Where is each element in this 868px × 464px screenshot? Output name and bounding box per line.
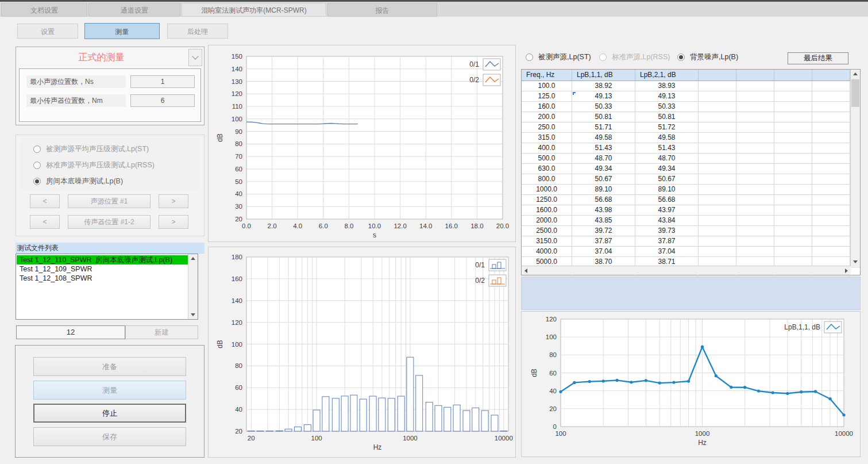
prepare-button[interactable]: 准备	[33, 357, 186, 376]
table-cell[interactable]: 800.0	[522, 174, 572, 184]
tab-measure[interactable]: 测量	[84, 23, 160, 39]
table-cell[interactable]	[812, 164, 850, 174]
table-cell[interactable]	[699, 91, 736, 101]
table-cell[interactable]	[736, 174, 774, 184]
scrollbar-thumb[interactable]	[851, 79, 859, 107]
table-row[interactable]: 1000.089.1089.10	[522, 185, 860, 195]
radio-lp-st-test[interactable]: 被测声源平均声压级测试,Lp(ST)	[33, 144, 149, 154]
table-cell[interactable]: 630.0	[522, 164, 572, 174]
table-row[interactable]: 200.050.8150.81	[522, 112, 860, 122]
table-cell[interactable]: 160.0	[522, 102, 572, 112]
table-cell[interactable]: 49.58	[635, 133, 699, 143]
table-cell[interactable]	[699, 133, 736, 143]
table-cell[interactable]	[699, 195, 736, 205]
table-row[interactable]: 250.051.7151.72	[522, 122, 860, 133]
table-cell[interactable]	[812, 216, 850, 225]
table-cell[interactable]	[736, 247, 774, 256]
radio-result-lp-rss[interactable]: 标准声源,Lp(RSS)	[599, 52, 670, 62]
table-cell[interactable]: 125.0	[522, 91, 572, 101]
table-cell[interactable]	[774, 112, 812, 122]
table-cell[interactable]	[699, 143, 736, 153]
save-button[interactable]: 保存	[33, 427, 186, 446]
mic-position-prev-button[interactable]: <	[30, 215, 60, 229]
table-cell[interactable]: 51.43	[572, 143, 635, 153]
table-cell[interactable]	[812, 195, 850, 205]
table-cell[interactable]: 315.0	[522, 133, 572, 143]
table-cell[interactable]: 56.68	[635, 195, 699, 205]
table-cell[interactable]	[736, 154, 774, 163]
table-row[interactable]: 500.048.7048.70	[522, 154, 860, 164]
table-cell[interactable]: 39.72	[572, 226, 635, 236]
table-row[interactable]: 630.049.3449.34	[522, 164, 860, 174]
table-cell[interactable]	[736, 205, 774, 215]
table-cell[interactable]: 50.81	[572, 112, 635, 122]
table-cell[interactable]	[699, 154, 736, 163]
file-list-item[interactable]: Test 1_12_109_SPWR	[17, 264, 188, 274]
min-mic-positions-field[interactable]: 6	[130, 94, 195, 107]
radio-result-lp-st[interactable]: 被测声源,Lp(ST)	[526, 52, 591, 62]
table-cell[interactable]: 3150.0	[522, 236, 572, 246]
table-cell[interactable]: 43.85	[572, 216, 635, 225]
table-row[interactable]: 160.050.3350.33	[522, 102, 860, 112]
table-row[interactable]: 125.049.1349.13	[522, 91, 860, 102]
table-cell[interactable]	[774, 91, 812, 101]
table-cell[interactable]	[774, 226, 812, 236]
tab-mcr-spwr[interactable]: 混响室法测试声功率(MCR-SPWR)	[182, 3, 326, 17]
table-cell[interactable]: 37.87	[635, 236, 699, 246]
table-cell[interactable]	[736, 81, 774, 91]
table-cell[interactable]: 89.10	[635, 185, 699, 194]
table-cell[interactable]: 89.10	[572, 185, 635, 194]
table-row[interactable]: 2000.043.8543.84	[522, 216, 860, 226]
mic-position-button[interactable]: 传声器位置 #1-2	[68, 215, 151, 229]
table-cell[interactable]	[812, 174, 850, 184]
table-cell[interactable]	[774, 205, 812, 215]
table-cell[interactable]: 50.33	[572, 102, 635, 112]
table-cell[interactable]: 39.73	[635, 226, 699, 236]
table-cell[interactable]	[774, 133, 812, 143]
table-cell[interactable]: 49.34	[572, 164, 635, 174]
table-cell[interactable]	[736, 216, 774, 225]
scroll-right-button[interactable]	[842, 266, 851, 275]
radio-lp-rss-test[interactable]: 标准声源平均声压级测试,Lp(RSS)	[33, 160, 155, 170]
file-list-item[interactable]: Test 1_12_108_SPWR	[17, 274, 188, 283]
table-row[interactable]: 3150.037.8737.87	[522, 236, 860, 247]
result-table[interactable]: Freq., HzLpB,1,1, dBLpB,2,1, dB100.038.9…	[521, 69, 861, 275]
table-cell[interactable]: 37.04	[635, 247, 699, 256]
table-cell[interactable]	[774, 216, 812, 225]
table-cell[interactable]: 50.33	[635, 102, 699, 112]
table-cell[interactable]	[699, 205, 736, 215]
table-cell[interactable]	[699, 185, 736, 194]
table-row[interactable]: 2500.039.7239.73	[522, 226, 860, 236]
tab-document-settings[interactable]: 文档设置	[1, 3, 87, 17]
table-cell[interactable]: 38.92	[572, 81, 635, 91]
table-row[interactable]: 315.049.5849.58	[522, 133, 860, 143]
table-cell[interactable]	[774, 102, 812, 112]
table-cell[interactable]: 49.58	[572, 133, 635, 143]
table-cell[interactable]	[774, 174, 812, 184]
table-cell[interactable]: 43.98	[572, 205, 635, 215]
final-result-button[interactable]: 最后结果	[788, 52, 848, 64]
table-cell[interactable]	[812, 236, 850, 246]
table-cell[interactable]	[812, 143, 850, 153]
table-cell[interactable]: 2000.0	[522, 216, 572, 225]
scroll-down-button[interactable]	[188, 310, 198, 319]
file-list-scrollbar[interactable]	[188, 254, 198, 319]
table-cell[interactable]	[736, 102, 774, 112]
radio-lp-b-test[interactable]: 房间本底噪声测试,Lp(B)	[33, 177, 123, 186]
table-cell[interactable]	[736, 164, 774, 174]
table-cell[interactable]: 100.0	[522, 81, 572, 91]
table-cell[interactable]	[699, 174, 736, 184]
table-cell[interactable]: 4000.0	[522, 247, 572, 256]
tab-postprocess[interactable]: 后处理	[167, 24, 228, 39]
table-cell[interactable]	[774, 236, 812, 246]
table-cell[interactable]: 37.04	[572, 247, 635, 256]
table-cell[interactable]	[812, 185, 850, 194]
table-cell[interactable]	[699, 102, 736, 112]
table-cell[interactable]	[774, 154, 812, 163]
table-row[interactable]: 4000.037.0437.04	[522, 247, 860, 257]
test-file-list[interactable]: Test 1_12_110_SPWR房间本底噪声测试,Lp(B)Test 1_1…	[16, 254, 198, 320]
table-cell[interactable]	[812, 133, 850, 143]
table-cell[interactable]: 50.67	[572, 174, 635, 184]
table-cell[interactable]	[736, 236, 774, 246]
tab-report[interactable]: 报告	[327, 3, 437, 17]
